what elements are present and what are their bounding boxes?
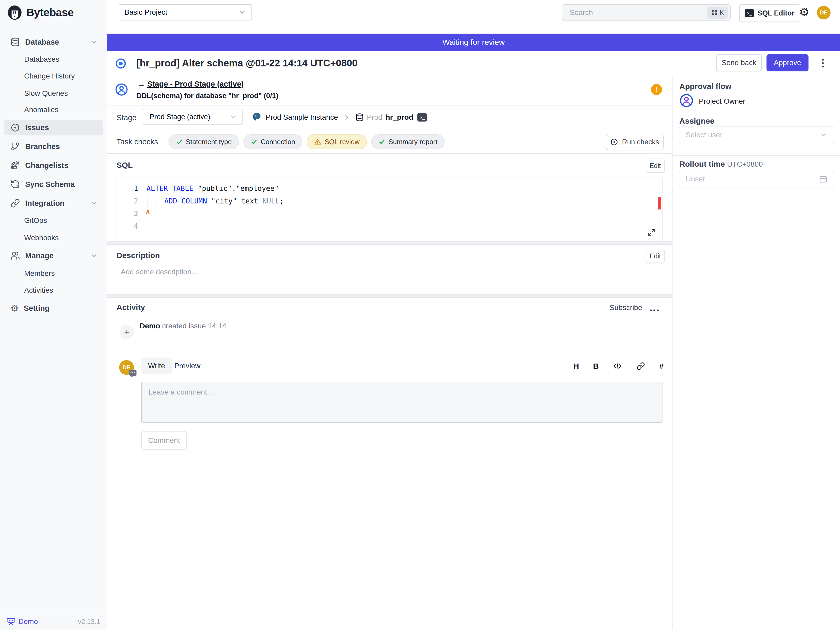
section-separator <box>107 241 672 245</box>
check-sql-review[interactable]: SQL review <box>306 134 367 149</box>
sidebar-group-database[interactable]: Database <box>4 34 103 50</box>
sidebar-footer: Demo v2.13.1 <box>0 613 107 630</box>
line-number: 3 <box>117 207 138 220</box>
check-icon <box>176 138 183 145</box>
format-toolbar: H B # <box>573 362 663 371</box>
bytebase-logo-icon <box>7 5 22 21</box>
warning-triangle-icon <box>314 138 321 145</box>
status-banner: Waiting for review <box>107 33 840 51</box>
sql-editor-button[interactable]: >_ SQL Editor <box>739 4 801 22</box>
user-avatar[interactable]: DE <box>817 6 831 19</box>
bytebase-logo[interactable]: Bytebase <box>7 5 74 21</box>
comment-button[interactable]: Comment <box>141 431 187 450</box>
gear-icon: ⚙ <box>11 303 18 313</box>
bold-format-icon[interactable]: B <box>593 362 599 371</box>
version-label: v2.13.1 <box>78 618 100 626</box>
project-select[interactable]: Basic Project <box>118 4 252 21</box>
chevron-down-icon <box>819 131 827 139</box>
database-link[interactable]: hr_prod <box>385 113 414 122</box>
link-format-icon[interactable] <box>636 362 645 370</box>
sidebar-group-integration[interactable]: Integration <box>4 195 103 211</box>
database-breadcrumb: Prod Sample Instance Prod hr_prod >_ <box>252 112 427 122</box>
git-branch-icon <box>11 142 20 151</box>
code-format-icon[interactable] <box>613 362 622 370</box>
open-sql-editor-icon[interactable]: >_ <box>417 113 427 122</box>
approver-avatar-icon <box>679 93 693 107</box>
stage-link-line: → Stage - Prod Stage (active) <box>137 80 244 88</box>
comment-input[interactable] <box>141 382 663 423</box>
rollout-timezone: UTC+0800 <box>727 160 763 168</box>
description-edit-button[interactable]: Edit <box>646 249 665 263</box>
heading-format-icon[interactable]: H <box>573 362 579 371</box>
sql-code-editor[interactable]: 1 ALTER TABLE "public"."employee" 2 ADD … <box>117 177 663 242</box>
rollout-time-input[interactable]: Unset <box>679 171 834 188</box>
subscribe-button[interactable]: Subscribe <box>609 303 642 312</box>
link-icon <box>11 199 20 208</box>
sidebar-item-databases[interactable]: Databases <box>4 51 103 67</box>
description-placeholder[interactable]: Add some description... <box>121 268 198 276</box>
bytebase-wordmark: Bytebase <box>26 6 74 19</box>
sidebar-item-webhooks[interactable]: Webhooks <box>4 230 103 246</box>
sidebar-item-activities[interactable]: Activities <box>4 283 103 298</box>
chevron-down-icon <box>90 38 98 46</box>
sidebar-item-gitops[interactable]: GitOps <box>4 213 103 228</box>
approve-button[interactable]: Approve <box>766 54 808 71</box>
divider <box>107 106 672 106</box>
issue-title: [hr_prod] Alter schema @01-22 14:14 UTC+… <box>136 58 357 69</box>
activity-more-icon[interactable] <box>649 306 659 314</box>
sidebar-item-branches[interactable]: Branches <box>4 139 103 154</box>
check-connection[interactable]: Connection <box>243 134 303 149</box>
event-description: created issue 14:14 <box>162 322 226 330</box>
instance-link[interactable]: Prod Sample Instance <box>266 113 338 122</box>
demo-workspace-link[interactable]: Demo <box>7 617 38 626</box>
sidebar-item-slow-queries[interactable]: Slow Queries <box>4 85 103 101</box>
description-heading: Description <box>117 251 160 260</box>
header-divider <box>107 77 840 77</box>
stage-label: Stage <box>117 114 136 122</box>
editor-scrollbar[interactable] <box>657 177 657 241</box>
tab-preview[interactable]: Preview <box>174 362 201 370</box>
sql-warning-marker: ʌ <box>146 208 150 215</box>
sidebar-item-members[interactable]: Members <box>4 266 103 281</box>
sidebar-item-change-history[interactable]: Change History <box>4 68 103 84</box>
sql-edit-button[interactable]: Edit <box>646 159 665 173</box>
topbar: Basic Project ⌘ K >_ SQL Editor ⚙ DE <box>107 0 840 25</box>
sidebar-item-setting[interactable]: ⚙ Setting <box>4 300 103 316</box>
assignee-select[interactable]: Select user <box>679 126 834 143</box>
sidebar-item-sync-schema[interactable]: Sync Schema <box>4 177 103 192</box>
settings-gear-icon[interactable]: ⚙ <box>799 5 809 19</box>
check-summary-report[interactable]: Summary report <box>371 134 445 149</box>
run-checks-button[interactable]: Run checks <box>606 134 663 150</box>
sidebar-label: Database <box>25 38 59 46</box>
sidebar-item-anomalies[interactable]: Anomalies <box>4 102 103 118</box>
approval-role: Project Owner <box>699 97 745 106</box>
task-link[interactable]: DDL(schema) for database "hr_prod" <box>136 92 262 100</box>
task-progress: (0/1) <box>264 92 278 100</box>
arrow-right-icon: → <box>137 80 145 88</box>
chevron-down-icon <box>90 199 98 207</box>
tab-write[interactable]: Write <box>141 357 172 374</box>
terminal-icon: >_ <box>745 9 754 17</box>
stage-link[interactable]: Stage - Prod Stage (active) <box>147 80 243 88</box>
send-back-button[interactable]: Send back <box>716 54 762 71</box>
users-icon <box>11 251 20 261</box>
line-number: 2 <box>117 195 138 207</box>
chevron-down-icon <box>229 113 237 120</box>
expand-editor-icon[interactable] <box>647 228 656 237</box>
task-warning-badge: ! <box>651 84 662 95</box>
stage-select[interactable]: Prod Stage (active) <box>143 109 243 125</box>
approval-flow-heading: Approval flow <box>679 82 731 91</box>
sidebar-item-changelists[interactable]: Changelists <box>4 158 103 173</box>
issue-icon <box>11 123 20 132</box>
check-statement-type[interactable]: Statement type <box>169 134 239 149</box>
more-actions-kebab-icon[interactable] <box>818 58 827 68</box>
search-input[interactable] <box>568 8 707 17</box>
sidebar-item-issues[interactable]: Issues <box>4 120 103 136</box>
divider <box>673 155 840 156</box>
database-icon <box>355 113 364 122</box>
sidebar-group-manage[interactable]: Manage <box>4 248 103 264</box>
check-icon <box>379 138 385 145</box>
section-separator <box>107 294 672 298</box>
hash-format-icon[interactable]: # <box>659 362 663 371</box>
issue-status-icon <box>115 58 126 69</box>
